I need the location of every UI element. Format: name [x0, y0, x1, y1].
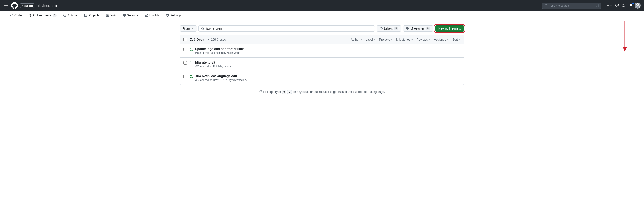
labels-count-badge: 9 [394, 27, 398, 30]
pr-list-container: 3 Open 199 Closed Author Label Projects [180, 35, 464, 85]
protip-bold: ProTip! [263, 90, 274, 94]
assignee-filter[interactable]: Assignee [434, 38, 449, 41]
milestones-filter[interactable]: Milestones [396, 38, 413, 41]
tab-insights[interactable]: Insights [142, 11, 163, 20]
pr-3-meta: #37 opened on Nov 13, 2023 by worktheclo… [195, 79, 461, 82]
pr-2-meta: #42 opened on Feb 9 by rideam [195, 65, 461, 68]
search-input-wrapper[interactable] [198, 25, 375, 32]
filters-button[interactable]: Filters [180, 25, 197, 32]
pr-open-icon-2 [189, 61, 193, 65]
repo-name-link[interactable]: device42-docs [38, 4, 58, 7]
search-shortcut: / [594, 4, 599, 7]
labels-button[interactable]: Labels 9 [376, 25, 401, 32]
search-input-icon [201, 27, 204, 30]
label-icon [380, 27, 383, 30]
milestones-label: Milestones [410, 27, 425, 30]
milestone-icon [406, 27, 409, 30]
pr-open-icon-1 [189, 48, 193, 51]
breadcrumb: ritza-co / device42-docs [20, 3, 58, 8]
pr-1-meta: #166 opened last month by Nadia-JSch [195, 51, 461, 54]
tab-insights-label: Insights [149, 14, 159, 17]
labels-label: Labels [384, 27, 393, 30]
tab-wiki[interactable]: Wiki [103, 11, 120, 20]
author-filter[interactable]: Author [351, 38, 362, 41]
filters-label: Filters [182, 27, 190, 30]
code-icon [10, 14, 13, 17]
open-pr-icon [189, 38, 193, 41]
github-logo-icon [11, 2, 18, 9]
label-chevron-icon [374, 38, 376, 41]
pr-row-1: update logo and add footer links #166 op… [180, 44, 464, 58]
sort-filter[interactable]: Sort [452, 38, 461, 41]
pr-2-info: Migrate to v3 #42 opened on Feb 9 by rid… [195, 61, 461, 68]
breadcrumb-separator: / [36, 3, 36, 7]
global-search[interactable]: Type / to search / [542, 2, 602, 9]
tab-pr-count: 3 [52, 14, 57, 17]
open-count-label: 3 Open [189, 38, 204, 41]
search-icon [544, 4, 548, 7]
tab-pull-requests[interactable]: Pull requests 3 [25, 11, 60, 20]
issues-btn[interactable] [614, 3, 620, 8]
pr-row-2: Migrate to v3 #42 opened on Feb 9 by rid… [180, 58, 464, 71]
search-input[interactable] [206, 27, 372, 30]
pr-row-3: Jira overview language edit #37 opened o… [180, 71, 464, 85]
annotation-arrow [618, 21, 631, 55]
settings-icon [166, 14, 169, 17]
reviews-filter[interactable]: Reviews [416, 38, 430, 41]
label-filter[interactable]: Label [366, 38, 376, 41]
sort-chevron-icon [458, 38, 461, 41]
pr-1-info: update logo and add footer links #166 op… [195, 47, 461, 54]
pull-request-icon [28, 14, 31, 17]
tab-projects-label: Projects [88, 14, 100, 17]
tab-settings[interactable]: Settings [163, 11, 185, 20]
filter-bar: Filters Labels 9 Milestones 0 New pull r… [180, 25, 464, 32]
hamburger-menu[interactable] [4, 3, 9, 8]
tab-security-label: Security [127, 14, 138, 17]
protip-text-after: on any issue or pull request to go back … [292, 90, 385, 94]
notification-badge [632, 3, 634, 4]
milestones-button[interactable]: Milestones 0 [403, 25, 433, 32]
pr-open-icon-3 [189, 75, 193, 78]
checkmark-icon [206, 38, 210, 41]
pr-3-checkbox[interactable] [183, 75, 187, 78]
filters-chevron-icon [192, 27, 194, 30]
protip-key-p: p [287, 90, 292, 94]
pr-2-checkbox[interactable] [183, 61, 187, 65]
tab-settings-label: Settings [170, 14, 181, 17]
tab-wiki-label: Wiki [110, 14, 116, 17]
select-all-checkbox[interactable] [183, 38, 187, 41]
pr-3-info: Jira overview language edit #37 opened o… [195, 74, 461, 82]
assignee-chevron-icon [447, 38, 449, 41]
github-logo-link[interactable] [11, 2, 18, 9]
search-text: Type / to search [549, 4, 569, 7]
protip-section: ProTip! Type g p on any issue or pull re… [180, 85, 464, 99]
insights-icon [145, 14, 148, 17]
milestones-chevron-icon [411, 38, 413, 41]
closed-count-label[interactable]: 199 Closed [206, 38, 226, 41]
tab-projects[interactable]: Projects [81, 11, 103, 20]
pr-1-checkbox[interactable] [183, 48, 187, 51]
repo-owner-link[interactable]: ritza-co [20, 3, 34, 8]
notifications-btn[interactable] [628, 3, 634, 8]
avatar[interactable] [635, 2, 640, 8]
pr-3-title[interactable]: Jira overview language edit [195, 74, 237, 78]
protip-key-g: g [282, 90, 286, 94]
tab-pr-label: Pull requests [32, 14, 51, 17]
protip-text-type: Type [274, 90, 281, 94]
pull-requests-nav-btn[interactable] [621, 3, 627, 8]
pr-1-title[interactable]: update logo and add footer links [195, 47, 245, 51]
tab-code[interactable]: Code [7, 11, 25, 20]
projects-icon [84, 14, 87, 17]
actions-icon [64, 14, 66, 17]
tab-actions-label: Actions [68, 14, 78, 17]
svg-marker-1 [623, 47, 627, 52]
repo-tabs: Code Pull requests 3 Actions Projects Wi… [0, 11, 644, 20]
pr-2-title[interactable]: Migrate to v3 [195, 61, 215, 64]
projects-filter[interactable]: Projects [379, 38, 393, 41]
tab-actions[interactable]: Actions [60, 11, 81, 20]
new-pull-request-button[interactable]: New pull request [435, 25, 464, 32]
projects-chevron-icon [390, 38, 393, 41]
author-chevron-icon [360, 38, 362, 41]
tab-security[interactable]: Security [120, 11, 142, 20]
create-new-btn[interactable] [605, 3, 613, 8]
